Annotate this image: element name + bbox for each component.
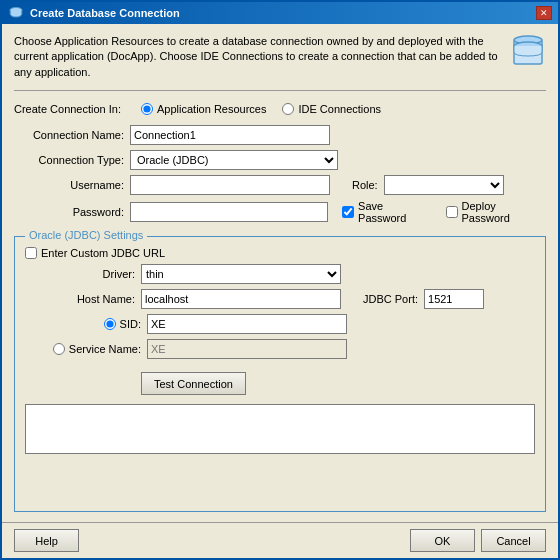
title-bar: Create Database Connection ✕ [2,2,558,24]
radio-app-resources[interactable]: Application Resources [141,103,266,115]
close-button[interactable]: ✕ [536,6,552,20]
jdbc-port-input[interactable] [424,289,484,309]
window-title: Create Database Connection [30,7,530,19]
radio-app-resources-input[interactable] [141,103,153,115]
description-area: Choose Application Resources to create a… [14,34,546,80]
connection-in-row: Create Connection In: Application Resour… [14,103,546,115]
connection-in-label: Create Connection In: [14,103,121,115]
form-area: Connection Name: Connection Type: Oracle… [14,125,546,224]
sid-input[interactable] [147,314,347,334]
oracle-legend: Oracle (JDBC) Settings [25,229,147,241]
username-label: Username: [14,179,124,191]
service-name-radio-label[interactable]: Service Name: [25,343,141,355]
username-row: Username: Role: [14,175,546,195]
radio-ide-connections[interactable]: IDE Connections [282,103,381,115]
sid-row: SID: [25,314,535,334]
description-text: Choose Application Resources to create a… [14,34,502,80]
service-name-radio[interactable] [53,343,65,355]
divider-1 [14,90,546,91]
sid-label: SID: [120,318,141,330]
sid-radio-label[interactable]: SID: [25,318,141,330]
connection-name-label: Connection Name: [14,129,124,141]
service-name-label: Service Name: [69,343,141,355]
help-button[interactable]: Help [14,529,79,552]
host-name-input[interactable] [141,289,341,309]
service-name-row: Service Name: [25,339,535,359]
database-icon [510,34,546,70]
role-label: Role: [352,179,378,191]
deploy-password-label: Deploy Password [462,200,546,224]
connection-name-input[interactable] [130,125,330,145]
radio-ide-connections-input[interactable] [282,103,294,115]
driver-select[interactable]: thin oci [141,264,341,284]
oracle-content: Enter Custom JDBC URL Driver: thin oci H… [25,247,535,454]
host-name-row: Host Name: JDBC Port: [25,289,535,309]
driver-label: Driver: [25,268,135,280]
dialog-content: Choose Application Resources to create a… [2,24,558,522]
connection-name-row: Connection Name: [14,125,546,145]
connection-type-label: Connection Type: [14,154,124,166]
driver-row: Driver: thin oci [25,264,535,284]
bottom-buttons: Help OK Cancel [2,522,558,558]
host-name-label: Host Name: [25,293,135,305]
jdbc-port-label: JDBC Port: [363,293,418,305]
custom-jdbc-label: Enter Custom JDBC URL [41,247,165,259]
radio-ide-connections-label: IDE Connections [298,103,381,115]
connection-type-select[interactable]: Oracle (JDBC) MySQL PostgreSQL [130,150,338,170]
test-connection-wrapper: Test Connection [25,368,535,395]
test-connection-button[interactable]: Test Connection [141,372,246,395]
role-select[interactable] [384,175,504,195]
radio-app-resources-label: Application Resources [157,103,266,115]
save-password-label: Save Password [358,200,433,224]
password-input[interactable] [130,202,328,222]
cancel-button[interactable]: Cancel [481,529,546,552]
save-password-checkbox[interactable] [342,206,354,218]
deploy-password-checkbox[interactable] [446,206,458,218]
custom-jdbc-row: Enter Custom JDBC URL [25,247,535,259]
password-label: Password: [14,206,124,218]
title-bar-icon [8,5,24,21]
ok-button[interactable]: OK [410,529,475,552]
username-input[interactable] [130,175,330,195]
connection-type-row: Connection Type: Oracle (JDBC) MySQL Pos… [14,150,546,170]
main-window: Create Database Connection ✕ Choose Appl… [0,0,560,560]
oracle-settings-section: Oracle (JDBC) Settings Enter Custom JDBC… [14,236,546,512]
custom-jdbc-checkbox[interactable] [25,247,37,259]
output-area [25,404,535,454]
service-name-input[interactable] [147,339,347,359]
sid-radio[interactable] [104,318,116,330]
password-row: Password: Save Password Deploy Password [14,200,546,224]
